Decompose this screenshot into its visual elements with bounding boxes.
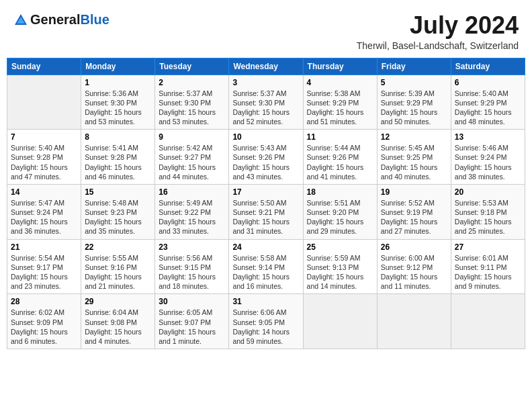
day-number: 28 xyxy=(11,297,77,306)
calendar-cell: 8Sunrise: 5:41 AM Sunset: 9:28 PM Daylig… xyxy=(81,130,155,185)
day-info: Sunrise: 5:55 AM Sunset: 9:16 PM Dayligh… xyxy=(85,253,151,291)
calendar-cell: 28Sunrise: 6:02 AM Sunset: 9:09 PM Dayli… xyxy=(7,294,81,349)
calendar-cell: 19Sunrise: 5:52 AM Sunset: 9:19 PM Dayli… xyxy=(377,184,451,239)
day-number: 31 xyxy=(232,297,299,306)
day-info: Sunrise: 5:40 AM Sunset: 9:28 PM Dayligh… xyxy=(11,143,77,181)
day-of-week-header: Wednesday xyxy=(229,58,303,75)
day-number: 22 xyxy=(85,242,151,252)
logo-general: General xyxy=(30,12,80,28)
day-info: Sunrise: 5:44 AM Sunset: 9:26 PM Dayligh… xyxy=(307,143,373,181)
day-info: Sunrise: 5:45 AM Sunset: 9:25 PM Dayligh… xyxy=(381,143,447,181)
day-number: 5 xyxy=(381,78,447,87)
calendar-cell: 3Sunrise: 5:37 AM Sunset: 9:30 PM Daylig… xyxy=(229,75,303,130)
day-number: 25 xyxy=(307,242,373,252)
calendar-cell: 16Sunrise: 5:49 AM Sunset: 9:22 PM Dayli… xyxy=(155,184,229,239)
calendar-cell: 12Sunrise: 5:45 AM Sunset: 9:25 PM Dayli… xyxy=(377,130,451,185)
calendar-cell: 2Sunrise: 5:37 AM Sunset: 9:30 PM Daylig… xyxy=(155,75,229,130)
day-number: 13 xyxy=(455,132,521,142)
calendar-week-row: 14Sunrise: 5:47 AM Sunset: 9:24 PM Dayli… xyxy=(7,184,525,239)
day-number: 20 xyxy=(455,187,521,197)
day-number: 17 xyxy=(232,187,299,197)
calendar-cell: 31Sunrise: 6:06 AM Sunset: 9:05 PM Dayli… xyxy=(229,294,303,349)
day-number: 23 xyxy=(159,242,225,252)
day-number: 30 xyxy=(159,297,225,306)
calendar-week-row: 1Sunrise: 5:36 AM Sunset: 9:30 PM Daylig… xyxy=(7,75,525,130)
day-info: Sunrise: 5:54 AM Sunset: 9:17 PM Dayligh… xyxy=(11,253,77,291)
day-of-week-header: Tuesday xyxy=(155,58,229,75)
day-info: Sunrise: 5:37 AM Sunset: 9:30 PM Dayligh… xyxy=(232,89,299,127)
calendar-cell: 4Sunrise: 5:38 AM Sunset: 9:29 PM Daylig… xyxy=(303,75,377,130)
calendar-cell: 21Sunrise: 5:54 AM Sunset: 9:17 PM Dayli… xyxy=(7,239,81,294)
calendar-cell: 7Sunrise: 5:40 AM Sunset: 9:28 PM Daylig… xyxy=(7,130,81,185)
day-number: 19 xyxy=(381,187,447,197)
calendar-cell: 9Sunrise: 5:42 AM Sunset: 9:27 PM Daylig… xyxy=(155,130,229,185)
calendar-cell: 23Sunrise: 5:56 AM Sunset: 9:15 PM Dayli… xyxy=(155,239,229,294)
day-of-week-header: Thursday xyxy=(303,58,377,75)
day-info: Sunrise: 6:02 AM Sunset: 9:09 PM Dayligh… xyxy=(11,308,77,346)
logo-blue: Blue xyxy=(80,12,109,28)
calendar-cell: 20Sunrise: 5:53 AM Sunset: 9:18 PM Dayli… xyxy=(451,184,525,239)
calendar-cell: 17Sunrise: 5:50 AM Sunset: 9:21 PM Dayli… xyxy=(229,184,303,239)
day-info: Sunrise: 6:00 AM Sunset: 9:12 PM Dayligh… xyxy=(381,253,447,291)
day-info: Sunrise: 5:38 AM Sunset: 9:29 PM Dayligh… xyxy=(307,89,373,127)
calendar-cell: 24Sunrise: 5:58 AM Sunset: 9:14 PM Dayli… xyxy=(229,239,303,294)
calendar-cell: 18Sunrise: 5:51 AM Sunset: 9:20 PM Dayli… xyxy=(303,184,377,239)
day-info: Sunrise: 6:05 AM Sunset: 9:07 PM Dayligh… xyxy=(159,308,225,346)
day-info: Sunrise: 5:43 AM Sunset: 9:26 PM Dayligh… xyxy=(232,143,299,181)
calendar-cell xyxy=(451,294,525,349)
title-block: July 2024 Therwil, Basel-Landschaft, Swi… xyxy=(357,12,519,51)
day-info: Sunrise: 5:37 AM Sunset: 9:30 PM Dayligh… xyxy=(159,89,225,127)
page-header: GeneralBlue July 2024 Therwil, Basel-Lan… xyxy=(7,7,525,54)
day-info: Sunrise: 6:04 AM Sunset: 9:08 PM Dayligh… xyxy=(85,308,151,346)
day-info: Sunrise: 5:46 AM Sunset: 9:24 PM Dayligh… xyxy=(455,143,521,181)
calendar-cell: 10Sunrise: 5:43 AM Sunset: 9:26 PM Dayli… xyxy=(229,130,303,185)
calendar-week-row: 21Sunrise: 5:54 AM Sunset: 9:17 PM Dayli… xyxy=(7,239,525,294)
logo-icon xyxy=(13,13,28,28)
calendar-cell: 25Sunrise: 5:59 AM Sunset: 9:13 PM Dayli… xyxy=(303,239,377,294)
day-info: Sunrise: 5:59 AM Sunset: 9:13 PM Dayligh… xyxy=(307,253,373,291)
day-info: Sunrise: 5:47 AM Sunset: 9:24 PM Dayligh… xyxy=(11,198,77,236)
day-number: 15 xyxy=(85,187,151,197)
day-number: 7 xyxy=(11,132,77,142)
day-of-week-header: Saturday xyxy=(451,58,525,75)
day-info: Sunrise: 5:41 AM Sunset: 9:28 PM Dayligh… xyxy=(85,143,151,181)
day-info: Sunrise: 5:52 AM Sunset: 9:19 PM Dayligh… xyxy=(381,198,447,236)
calendar-cell xyxy=(7,75,81,130)
calendar-cell xyxy=(377,294,451,349)
calendar-table: SundayMondayTuesdayWednesdayThursdayFrid… xyxy=(7,58,525,349)
logo: GeneralBlue xyxy=(13,12,109,28)
calendar-cell: 29Sunrise: 6:04 AM Sunset: 9:08 PM Dayli… xyxy=(81,294,155,349)
day-number: 12 xyxy=(381,132,447,142)
day-info: Sunrise: 5:36 AM Sunset: 9:30 PM Dayligh… xyxy=(85,89,151,127)
day-number: 27 xyxy=(455,242,521,252)
day-info: Sunrise: 5:49 AM Sunset: 9:22 PM Dayligh… xyxy=(159,198,225,236)
day-number: 9 xyxy=(159,132,225,142)
day-number: 4 xyxy=(307,78,373,87)
calendar-cell: 27Sunrise: 6:01 AM Sunset: 9:11 PM Dayli… xyxy=(451,239,525,294)
day-number: 11 xyxy=(307,132,373,142)
day-number: 10 xyxy=(232,132,299,142)
day-info: Sunrise: 5:53 AM Sunset: 9:18 PM Dayligh… xyxy=(455,198,521,236)
day-number: 6 xyxy=(455,78,521,87)
day-number: 8 xyxy=(85,132,151,142)
calendar-week-row: 7Sunrise: 5:40 AM Sunset: 9:28 PM Daylig… xyxy=(7,130,525,185)
day-info: Sunrise: 5:50 AM Sunset: 9:21 PM Dayligh… xyxy=(232,198,299,236)
day-number: 16 xyxy=(159,187,225,197)
calendar-cell xyxy=(303,294,377,349)
calendar-cell: 13Sunrise: 5:46 AM Sunset: 9:24 PM Dayli… xyxy=(451,130,525,185)
day-info: Sunrise: 5:48 AM Sunset: 9:23 PM Dayligh… xyxy=(85,198,151,236)
calendar-cell: 22Sunrise: 5:55 AM Sunset: 9:16 PM Dayli… xyxy=(81,239,155,294)
calendar-week-row: 28Sunrise: 6:02 AM Sunset: 9:09 PM Dayli… xyxy=(7,294,525,349)
day-number: 21 xyxy=(11,242,77,252)
day-number: 3 xyxy=(232,78,299,87)
location: Therwil, Basel-Landschaft, Switzerland xyxy=(357,40,519,51)
day-info: Sunrise: 5:42 AM Sunset: 9:27 PM Dayligh… xyxy=(159,143,225,181)
day-number: 26 xyxy=(381,242,447,252)
day-info: Sunrise: 5:58 AM Sunset: 9:14 PM Dayligh… xyxy=(232,253,299,291)
day-number: 14 xyxy=(11,187,77,197)
calendar-cell: 1Sunrise: 5:36 AM Sunset: 9:30 PM Daylig… xyxy=(81,75,155,130)
day-info: Sunrise: 6:06 AM Sunset: 9:05 PM Dayligh… xyxy=(232,308,299,346)
calendar-cell: 14Sunrise: 5:47 AM Sunset: 9:24 PM Dayli… xyxy=(7,184,81,239)
calendar-cell: 5Sunrise: 5:39 AM Sunset: 9:29 PM Daylig… xyxy=(377,75,451,130)
day-info: Sunrise: 5:51 AM Sunset: 9:20 PM Dayligh… xyxy=(307,198,373,236)
